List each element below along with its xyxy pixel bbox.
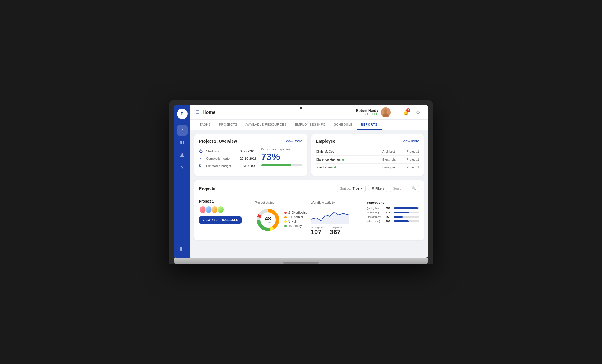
header: ☰ Home Robert Hardy Available xyxy=(190,105,428,120)
project-overview-show-more[interactable]: Show more xyxy=(285,139,302,143)
sidebar-item-help[interactable]: ? xyxy=(177,162,188,173)
insp-value-2: 112 xyxy=(386,211,392,214)
project-card-inner: ⏻ Start time 03-08-2018 ✓ Completion dat… xyxy=(199,148,302,169)
online-indicator xyxy=(342,159,344,161)
workflow-col: Workflow activity In progress xyxy=(311,199,364,235)
inspections-title: Inspections xyxy=(366,201,419,204)
filter-icon: ⊞ xyxy=(371,186,374,190)
avatar[interactable] xyxy=(381,107,391,117)
sort-value: Title xyxy=(353,187,359,190)
completed-value: 367 xyxy=(330,229,343,235)
normal-dot xyxy=(284,216,287,218)
insp-name-1: Quality Insp... xyxy=(366,207,384,210)
tab-navigation: TASKS PROJECTS AVAILABLE RESOURCES EMPLO… xyxy=(190,120,428,130)
overflowing-dot xyxy=(284,212,287,214)
tab-available-resources[interactable]: AVAILABLE RESOURCES xyxy=(241,120,291,130)
insp-value-4: 108 xyxy=(386,220,392,223)
completion-percent: 73% xyxy=(261,151,302,162)
employee-role-2: Electrician xyxy=(382,158,403,161)
user-profile: Robert Hardy Available 🔔 xyxy=(356,107,423,117)
insp-bar-bg-3 xyxy=(394,216,419,218)
empty-dot xyxy=(284,225,287,227)
employee-project: Project 1 xyxy=(403,150,419,153)
insp-bar-fill-3 xyxy=(394,216,403,218)
view-all-processes-button[interactable]: VIEW ALL PROCESSES xyxy=(199,216,242,224)
progress-bar-fill xyxy=(261,164,291,166)
svg-point-4 xyxy=(181,153,183,155)
employee-name-2: Clarence Haynes xyxy=(316,158,383,161)
employee-name: Chris McCoy xyxy=(316,150,383,153)
tab-projects[interactable]: PROJECTS xyxy=(215,120,242,130)
projects-title: Projects xyxy=(199,186,337,191)
inspections-col: Inspections Quality Insp... 355 xyxy=(366,199,419,224)
sidebar-item-logout[interactable] xyxy=(177,244,188,254)
full-dot xyxy=(284,220,287,223)
sidebar-item-tasks[interactable] xyxy=(177,137,188,148)
employee-show-more[interactable]: Show more xyxy=(401,139,419,143)
notification-button[interactable]: 🔔 3 xyxy=(402,108,411,117)
content-area: Project 1. Overview Show more ⏻ Start ti… xyxy=(190,130,428,258)
settings-button[interactable]: ⚙ xyxy=(413,108,423,117)
filter-button[interactable]: ⊞ Filters xyxy=(368,185,387,192)
project-details: ⏻ Start time 03-08-2018 ✓ Completion dat… xyxy=(199,148,257,169)
svg-rect-2 xyxy=(180,143,182,144)
project-status-col: Project status xyxy=(255,199,308,233)
workflow-chart xyxy=(311,206,349,224)
employee-name-3: Tom Larson xyxy=(316,166,383,169)
employee-row: Tom Larson Designer Project 1 xyxy=(316,164,419,171)
online-indicator-2 xyxy=(334,166,336,168)
inspection-row-1: Quality Insp... 355 xyxy=(366,207,419,210)
in-progress-value: 197 xyxy=(311,229,324,235)
status-full: 3 Full xyxy=(284,220,307,223)
svg-rect-3 xyxy=(183,143,184,144)
tab-tasks[interactable]: TASKS xyxy=(195,120,215,130)
user-name: Robert Hardy xyxy=(356,109,378,113)
menu-icon[interactable]: ☰ xyxy=(195,109,200,115)
chevron-down-icon: ▾ xyxy=(361,186,362,190)
insp-value-3: 65 xyxy=(386,215,392,218)
tab-reports[interactable]: REPORTS xyxy=(357,120,382,130)
completion-date-icon: ✓ xyxy=(199,156,204,161)
insp-name-3: Environment... xyxy=(366,215,384,218)
project-overview-card: Project 1. Overview Show more ⏻ Start ti… xyxy=(194,134,307,176)
sort-button[interactable]: Sort by: Title ▾ xyxy=(337,185,366,192)
project-name: Project 1 xyxy=(199,199,252,203)
project-info-col: Project 1 VIEW ALL PROCESSES xyxy=(199,199,252,224)
start-time-row: ⏻ Start time 03-08-2018 xyxy=(199,148,257,155)
in-progress-stat: In progress 197 xyxy=(311,226,324,235)
tab-schedule[interactable]: SCHEDULE xyxy=(330,120,357,130)
search-box[interactable]: Search 🔍 xyxy=(390,185,419,192)
budget-row: $ Estimated budget $100 000 xyxy=(199,162,257,169)
sort-label: Sort by: xyxy=(340,187,351,190)
main-content: ☰ Home Robert Hardy Available xyxy=(190,105,428,258)
sidebar-nav: ⌂ ? xyxy=(177,125,188,244)
svg-rect-1 xyxy=(183,141,184,143)
filter-label: Filters xyxy=(375,187,384,190)
employee-card: Employee Show more Chris McCoy Architect… xyxy=(311,134,424,176)
donut-center: 48 TOTAL xyxy=(264,216,272,224)
user-status: Available xyxy=(356,113,378,116)
projects-section: Projects Sort by: Title ▾ ⊞ Filters xyxy=(194,180,424,240)
tab-employees-info[interactable]: EMPLOYEES INFO xyxy=(291,120,330,130)
insp-bar-fill-2 xyxy=(394,212,409,213)
employee-card-title: Employee xyxy=(316,139,335,144)
project-divider xyxy=(199,196,419,196)
sidebar-item-home[interactable]: ⌂ xyxy=(177,125,188,136)
svg-point-6 xyxy=(384,109,387,113)
project-completion: Percent of completion 73% xyxy=(261,148,302,166)
avatar-4 xyxy=(217,206,224,213)
header-divider xyxy=(396,108,396,117)
sidebar-bottom xyxy=(177,244,188,254)
employee-list: Chris McCoy Architect Project 1 Clarence… xyxy=(316,148,419,171)
donut-label: TOTAL xyxy=(264,221,272,224)
employee-role: Architect xyxy=(382,150,403,153)
employee-role-3: Designer xyxy=(382,166,403,169)
inspection-row-3: Environment... 65 xyxy=(366,215,419,218)
status-overflowing: 2 Overflowing xyxy=(284,211,307,214)
completion-date-row: ✓ Completion date 20-10-2018 xyxy=(199,155,257,162)
user-info: Robert Hardy Available xyxy=(356,109,378,116)
sidebar-item-users[interactable] xyxy=(177,150,188,160)
status-legend: 2 Overflowing 29 Normal xyxy=(284,211,307,229)
sidebar-logo[interactable]: B xyxy=(177,109,188,119)
inspection-list: Quality Insp... 355 Safety Insp... 11 xyxy=(366,207,419,223)
